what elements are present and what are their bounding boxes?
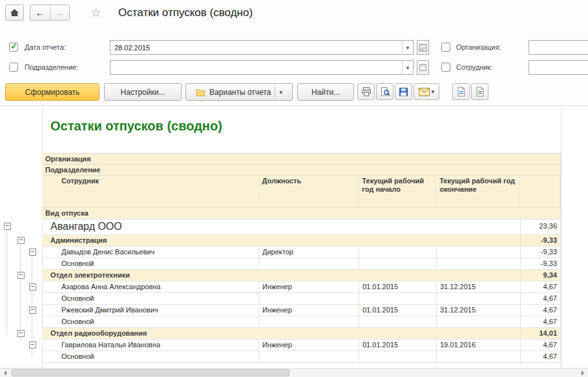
header-year-start: Текущий рабочий год начало xyxy=(358,176,436,207)
report-row-detail[interactable]: Основной4,67 xyxy=(0,351,561,363)
header-organization-row: Организация xyxy=(42,154,560,165)
organization-checkbox[interactable] xyxy=(441,43,450,52)
employee-checkbox[interactable] xyxy=(441,63,450,72)
home-button[interactable] xyxy=(5,5,24,21)
tree-collapse-icon[interactable]: − xyxy=(29,249,36,256)
scroll-thumb[interactable] xyxy=(12,369,289,376)
cell-name: Давыдов Денис Васильевич xyxy=(42,247,258,258)
scroll-right-arrow[interactable] xyxy=(578,369,588,377)
cell-year-start xyxy=(359,258,436,270)
cell-name: Гаврилова Наталья Ивановна xyxy=(42,340,258,351)
save-button[interactable] xyxy=(395,83,412,100)
settings-label: Настройки... xyxy=(121,88,165,97)
cell-name: Основной xyxy=(42,293,258,305)
grid-line-vertical xyxy=(561,106,562,368)
department-dropdown-icon[interactable]: ▾ xyxy=(402,61,413,74)
cell-name: Основной xyxy=(42,351,258,363)
tree-collapse-icon[interactable]: − xyxy=(29,341,36,349)
calendar-button[interactable] xyxy=(417,40,429,55)
cell-year-start xyxy=(359,293,436,305)
cell-position xyxy=(258,316,359,328)
report-rows: −Авангард ООО23,36−Администрация-9,33−Да… xyxy=(0,218,561,363)
tree-collapse-icon[interactable]: − xyxy=(4,223,11,230)
tree-gutter: − xyxy=(0,340,42,351)
employee-input[interactable] xyxy=(529,61,588,74)
cell-year-end xyxy=(436,247,520,258)
header-employee: Сотрудник xyxy=(42,176,258,207)
date-input[interactable] xyxy=(110,41,402,54)
report-row-group[interactable]: −Администрация-9,33 xyxy=(0,235,561,247)
cell-value: 4,67 xyxy=(520,293,561,305)
cell-year-end xyxy=(436,351,520,363)
cell-title: Администрация xyxy=(42,235,520,247)
generate-label: Сформировать xyxy=(25,88,80,97)
tree-collapse-icon[interactable]: − xyxy=(29,307,36,314)
document-copy-button[interactable] xyxy=(452,83,470,100)
cell-value: -9,33 xyxy=(520,247,561,258)
cell-value: -9,33 xyxy=(520,235,561,247)
date-dropdown-icon[interactable]: ▾ xyxy=(402,41,413,54)
tree-gutter: − xyxy=(0,247,42,258)
open-list-icon xyxy=(419,63,427,72)
favorite-star-icon[interactable]: ☆ xyxy=(90,6,101,20)
cell-name: Ржевский Дмитрий Иванович xyxy=(42,305,258,316)
report-row-group[interactable]: −Отдел радиооборудования14,01 xyxy=(0,328,561,340)
generate-button[interactable]: Сформировать xyxy=(5,83,100,101)
organization-input[interactable] xyxy=(529,41,588,54)
back-button[interactable]: ← xyxy=(30,5,50,20)
report-variants-button[interactable]: Варианты отчета ▾ xyxy=(185,83,293,101)
forward-button[interactable]: → xyxy=(50,5,69,20)
cell-value: 4,67 xyxy=(520,281,561,293)
settings-button[interactable]: Настройки... xyxy=(104,83,182,101)
department-open-button[interactable] xyxy=(417,60,429,75)
report-row-detail[interactable]: Основной4,67 xyxy=(0,316,561,328)
save-icon xyxy=(399,87,408,97)
tree-collapse-icon[interactable]: − xyxy=(29,283,36,290)
cell-year-start xyxy=(359,247,436,258)
cell-year-end: 31.12.2015 xyxy=(436,281,520,293)
department-field: ▾ xyxy=(110,60,414,75)
cell-name: Основной xyxy=(42,316,258,328)
report-row-group[interactable]: −Отдел электротехники9,34 xyxy=(0,270,561,281)
cell-position xyxy=(258,351,359,363)
header-position: Должность xyxy=(258,176,359,207)
date-checkbox[interactable] xyxy=(9,43,18,52)
cell-position xyxy=(258,293,359,305)
department-checkbox[interactable] xyxy=(9,63,18,72)
divider xyxy=(275,87,275,97)
scroll-left-arrow[interactable] xyxy=(0,369,10,377)
preview-button[interactable] xyxy=(376,83,394,100)
horizontal-scrollbar[interactable] xyxy=(0,368,588,377)
email-button[interactable]: ▾ xyxy=(414,83,439,100)
print-icon xyxy=(361,87,372,97)
document-paste-button[interactable] xyxy=(471,83,488,100)
department-input[interactable] xyxy=(110,61,402,74)
report-row-employee[interactable]: −Азарова Анна АлександровнаИнженер01.01.… xyxy=(0,281,561,293)
tree-gutter: − xyxy=(0,218,42,235)
cell-value: 9,34 xyxy=(520,270,561,281)
cell-value: 23,36 xyxy=(520,218,561,235)
tree-collapse-icon[interactable]: − xyxy=(17,237,25,244)
print-button[interactable] xyxy=(357,83,375,100)
date-label: Дата отчета: xyxy=(25,39,66,55)
header-department-label: Подразделение xyxy=(42,166,101,174)
report-row-employee[interactable]: −Гаврилова Наталья ИвановнаИнженер01.01.… xyxy=(0,340,561,351)
chevron-down-icon: ▾ xyxy=(279,89,282,96)
cell-year-end xyxy=(436,316,520,328)
report-area: Остатки отпусков (сводно) Организация По… xyxy=(0,105,588,368)
report-row-detail[interactable]: Основной4,67 xyxy=(0,293,561,305)
tree-collapse-icon[interactable]: − xyxy=(17,330,25,337)
report-row-org[interactable]: −Авангард ООО23,36 xyxy=(0,218,561,235)
folder-icon xyxy=(196,88,205,96)
report-row-employee[interactable]: −Ржевский Дмитрий ИвановичИнженер01.01.2… xyxy=(0,305,561,316)
cell-year-end xyxy=(436,293,520,305)
calendar-icon xyxy=(419,43,427,52)
cell-value: -9,33 xyxy=(520,258,561,270)
header-columns-row: Сотрудник Должность Текущий рабочий год … xyxy=(42,176,560,208)
report-row-employee[interactable]: −Давыдов Денис ВасильевичДиректор-9,33 xyxy=(0,247,561,258)
report-row-detail[interactable]: Основной-9,33 xyxy=(0,258,561,270)
tree-collapse-icon[interactable]: − xyxy=(17,272,25,279)
find-button[interactable]: Найти... xyxy=(297,83,354,101)
cell-value: 4,67 xyxy=(520,351,561,363)
tree-gutter: − xyxy=(0,281,42,293)
